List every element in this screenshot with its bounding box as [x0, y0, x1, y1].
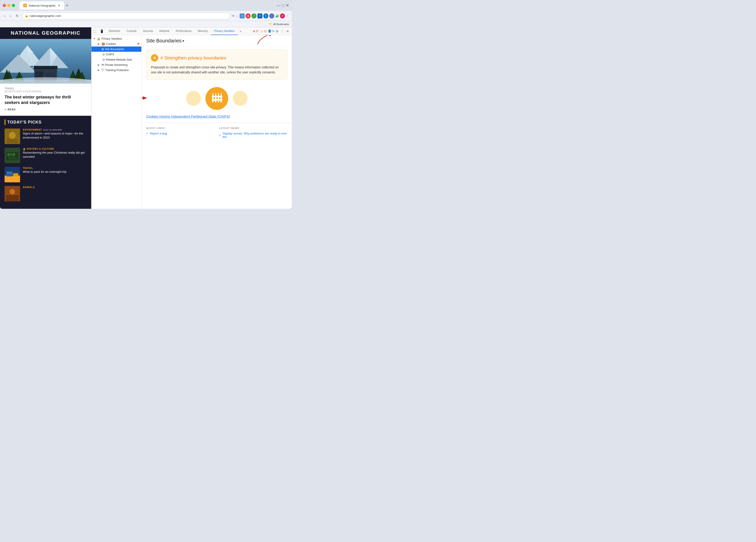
svg-rect-17 [0, 80, 91, 84]
profile-icon[interactable]: A [280, 13, 285, 18]
window-close-icon[interactable]: ✕ [286, 3, 289, 8]
forward-button[interactable]: › [8, 13, 12, 19]
extension-icon-5[interactable]: G [263, 13, 268, 18]
pick-tag: ANIMALS [23, 186, 87, 188]
read-link[interactable]: ≡ READ [5, 108, 87, 111]
tree-item-private-advertising[interactable]: ▶ ✉ Private Advertising [91, 62, 141, 67]
hero-svg [0, 39, 91, 84]
svg-point-19 [9, 132, 16, 139]
tree-item-chips[interactable]: ⊙ CHIPS → [91, 52, 141, 57]
strengthen-description: Proposals to create and strengthen cross… [151, 65, 282, 75]
error-icon: ⊗ [253, 30, 255, 33]
link-dot-icon [146, 132, 148, 134]
extensions-icon[interactable]: 🧩 [275, 14, 279, 18]
back-button[interactable]: ‹ [3, 13, 7, 19]
warning-icon: ⚠ [261, 30, 263, 33]
list-item[interactable]: ANIMALS [5, 186, 87, 201]
report-bug-link[interactable]: Report a bug [146, 132, 215, 135]
window-minimize-icon[interactable]: — [276, 3, 280, 8]
tab-title: National Geographic [29, 4, 56, 7]
tab-network[interactable]: Network [156, 27, 173, 35]
close-button[interactable] [3, 4, 6, 7]
tree-arrow-icon: ▶ [98, 64, 101, 66]
dt-header-wrapper: Site Boundaries ▾ [142, 35, 292, 47]
tab-console[interactable]: Console [123, 27, 140, 35]
lock-small-icon: 🔒 [23, 148, 26, 150]
extension-icon-1[interactable]: e [240, 13, 245, 18]
devtools-mobile-icon[interactable]: 📱 [98, 29, 106, 33]
maximize-button[interactable] [12, 4, 15, 7]
digiday-link[interactable]: Digiday survey: Why publishers are ready… [219, 132, 287, 139]
more-options-icon[interactable]: ⋮ [286, 14, 289, 18]
site-logo: National Geographic [5, 30, 87, 36]
minimize-button[interactable] [7, 4, 10, 7]
active-tab[interactable]: N National Geographic ✕ [20, 1, 64, 10]
more-tabs-button[interactable]: » [238, 29, 243, 33]
devtools-errors: ⊗ 27 ⚠ 32 i 74 [253, 30, 274, 33]
hero-img-bg [0, 39, 91, 84]
article-title: The best winter getaways for thrill seek… [5, 95, 87, 105]
chips-arrow-indicator: → [140, 52, 142, 57]
bookmark-icon[interactable]: ☆ [236, 14, 239, 18]
bookmarks-label[interactable]: All Bookmarks [273, 23, 289, 26]
svg-marker-44 [215, 93, 216, 95]
tab-elements[interactable]: Elements [106, 27, 123, 35]
website-content: National Geographic [0, 27, 91, 209]
tree-arrow-icon: ▼ [93, 37, 96, 40]
pick-content: ENVIRONMENT 2023 IN REVIEW Signs of alar… [23, 129, 87, 140]
svg-rect-40 [220, 95, 222, 102]
tab-performance[interactable]: Performance [173, 27, 195, 35]
tree-item-cookies[interactable]: ▶ 🍪 Cookies 📌 [91, 41, 141, 46]
devtools-cursor-icon[interactable]: ⬚ [91, 29, 98, 33]
tree-item-tracking-protection[interactable]: ▶ 🛡 Tracking Protection [91, 67, 141, 73]
tree-item-site-boundaries[interactable]: ▼ ⊞ Site Boundaries [91, 46, 141, 52]
travel-svg [5, 167, 20, 182]
svg-rect-41 [212, 96, 222, 97]
tree-item-privacy-sandbox[interactable]: ▼ 🔒 Privacy Sandbox [91, 36, 141, 41]
env-svg [5, 129, 20, 144]
devtools-panel-header: Site Boundaries ▾ [142, 35, 292, 47]
chips-link[interactable]: Cookies Having Independent Partitioned S… [142, 114, 292, 118]
tab-sources[interactable]: Sources [140, 27, 156, 35]
reload-button[interactable]: ↻ [14, 12, 20, 19]
svg-rect-28 [5, 176, 20, 182]
eye-slash-icon[interactable]: 👁 [232, 14, 235, 18]
hamburger-icon: ≡ [5, 108, 6, 111]
pick-tag: ENVIRONMENT 2023 IN REVIEW [23, 129, 87, 131]
devtools-actions: ⊗ 27 ⚠ 32 i 74 ⚙ [253, 28, 292, 34]
address-bar[interactable]: 🔒 nationalgeographic.com [22, 13, 230, 19]
today-picks-section: TODAY'S PICKS [0, 116, 91, 209]
list-item[interactable]: ENVIRONMENT 2023 IN REVIEW Signs of alar… [5, 129, 87, 144]
bookmarks-bar: 📁 All Bookmarks [0, 21, 292, 27]
pick-content: ANIMALS [23, 186, 87, 189]
svg-rect-35 [6, 195, 19, 201]
info-badge: i 74 [269, 30, 274, 33]
panel-dropdown-arrow[interactable]: ▾ [182, 39, 184, 43]
tab-memory[interactable]: Memory [195, 27, 211, 35]
tab-privacy-sandbox[interactable]: Privacy Sandbox [211, 27, 238, 35]
devtools-close-button[interactable]: ✕ [285, 28, 290, 34]
list-item[interactable]: TRAVEL What to pack for an overnight tri… [5, 167, 87, 182]
devtools-more-button[interactable]: ⋮ [280, 28, 285, 34]
svg-rect-23 [7, 153, 10, 156]
panel-title: Site Boundaries [146, 38, 181, 44]
tree-item-related-website-sets[interactable]: ⊙ Related Website Sets [91, 57, 141, 62]
devtools-settings-button[interactable]: ⚙ [275, 28, 280, 34]
svg-point-34 [10, 189, 15, 194]
hist-thumb-image [5, 148, 20, 163]
devtools-tab-bar: ⬚ 📱 Elements Console Sources Network [91, 27, 292, 35]
extension-icon-3[interactable]: ✓ [251, 13, 256, 18]
extension-icon-4[interactable]: S [257, 13, 262, 18]
tree-label: Site Boundaries [105, 48, 140, 51]
error-badge: ⊗ 27 [253, 30, 259, 33]
extension-icon-6[interactable]: □ [269, 13, 274, 18]
article-card: TRAVEL ADVENTURES EVERYWHERE The best wi… [0, 84, 91, 116]
list-item[interactable]: 🔒 HISTORY & CULTURE Remembering the year… [5, 148, 87, 163]
cookies-icon: 🍪 [101, 42, 105, 46]
new-tab-button[interactable]: + [64, 2, 70, 9]
tab-close-button[interactable]: ✕ [58, 4, 60, 7]
window-expand-icon[interactable]: □ [282, 3, 284, 8]
extension-icon-2[interactable]: ◉ [246, 13, 251, 18]
hero-image [0, 39, 91, 84]
svg-rect-37 [212, 95, 214, 102]
